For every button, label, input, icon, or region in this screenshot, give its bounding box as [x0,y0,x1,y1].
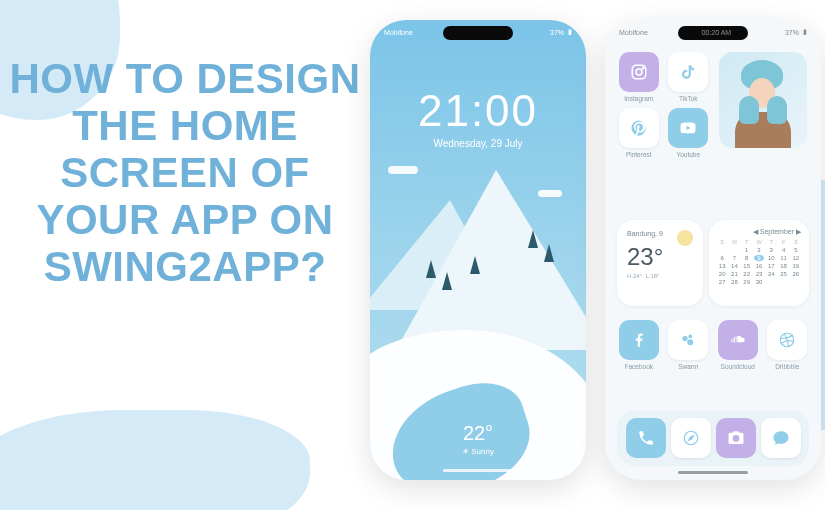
pinterest-icon [619,108,659,148]
app-soundcloud[interactable]: Soundcloud [716,320,760,370]
calendar-day[interactable] [717,247,727,253]
app-grid: InstagramTikTokPinterestYoutube [617,52,809,158]
calendar-day[interactable] [729,247,739,253]
svg-point-5 [688,339,694,345]
dock [617,410,809,466]
calendar-day[interactable]: 12 [791,255,801,261]
calendar-day[interactable]: 22 [742,271,752,277]
app-label: TikTok [679,95,698,102]
calendar-day[interactable]: 14 [729,263,739,269]
app-tiktok[interactable]: TikTok [667,52,711,102]
calendar-dow: S [791,239,801,245]
headline-text: HOW TO DESIGN THE HOME SCREEN OF YOUR AP… [0,55,370,290]
weather-widget[interactable]: Bandung, 9 23° H:24° L:18° [617,220,703,306]
calendar-day[interactable]: 8 [742,255,752,261]
lock-clock: 21:00 [370,86,586,136]
app-label: Facebook [624,363,653,370]
app-label: Instagram [624,95,653,102]
calendar-day[interactable]: 2 [754,247,764,253]
lock-weather-cond: ☀ Sunny [370,447,586,456]
swipe-indicator[interactable] [443,469,513,472]
app-row-bottom: FacebookSwarmSoundcloudDribbble [617,320,809,370]
battery-label: 37% [550,29,564,36]
soundcloud-icon [718,320,758,360]
app-instagram[interactable]: Instagram [617,52,661,102]
lock-weather: 22° ☀ Sunny [370,422,586,456]
instagram-icon [619,52,659,92]
app-swarm[interactable]: Swarm [667,320,711,370]
messages-icon[interactable] [761,418,801,458]
tree-icon [544,244,554,262]
svg-point-3 [683,336,688,341]
calendar-grid: SMTWTFS123456789101112131415161718192021… [717,239,801,285]
photo-person-mittens [739,96,787,126]
phone-lock-screen: Mobifone 37% ▮ 21:00 Wednesday, 29 July … [370,20,586,480]
calendar-day[interactable]: 29 [742,279,752,285]
mountain-front [396,170,586,350]
weather-temp: 23° [627,243,693,271]
calendar-day[interactable]: 4 [778,247,788,253]
camera-icon[interactable] [716,418,756,458]
app-facebook[interactable]: Facebook [617,320,661,370]
calendar-day[interactable]: 13 [717,263,727,269]
status-bar: Mobifone 37% ▮ [370,28,586,36]
calendar-day[interactable]: 9 [754,255,764,261]
app-dribbble[interactable]: Dribbble [766,320,810,370]
widget-row: Bandung, 9 23° H:24° L:18° ◀ September ▶… [617,220,809,306]
tiktok-icon [668,52,708,92]
calendar-day[interactable]: 26 [791,271,801,277]
calendar-day[interactable]: 10 [766,255,776,261]
calendar-day[interactable]: 5 [791,247,801,253]
calendar-day[interactable]: 16 [754,263,764,269]
calendar-dow: S [717,239,727,245]
app-pinterest[interactable]: Pinterest [617,108,661,158]
calendar-day[interactable]: 11 [778,255,788,261]
app-label: Swarm [678,363,698,370]
calendar-day[interactable]: 6 [717,255,727,261]
swipe-indicator[interactable] [678,471,748,474]
calendar-widget[interactable]: ◀ September ▶ SMTWTFS1234567891011121314… [709,220,809,306]
lock-temp: 22° [463,422,493,444]
app-label: Pinterest [626,151,652,158]
calendar-dow: F [778,239,788,245]
calendar-day[interactable]: 18 [778,263,788,269]
dribbble-icon [767,320,807,360]
calendar-day[interactable]: 15 [742,263,752,269]
battery-label: 37% [785,29,799,36]
tree-icon [442,272,452,290]
calendar-day[interactable]: 7 [729,255,739,261]
calendar-dow: T [766,239,776,245]
calendar-day[interactable]: 25 [778,271,788,277]
calendar-day[interactable]: 17 [766,263,776,269]
calendar-day[interactable]: 24 [766,271,776,277]
app-label: Dribbble [775,363,799,370]
calendar-day[interactable]: 28 [729,279,739,285]
calendar-day[interactable]: 21 [729,271,739,277]
app-youtube[interactable]: Youtube [667,108,711,158]
tree-icon [470,256,480,274]
calendar-day[interactable]: 27 [717,279,727,285]
weather-hilo: H:24° L:18° [627,273,693,279]
carrier-label: Mobifone [384,29,413,36]
calendar-month: ◀ September ▶ [717,228,801,236]
svg-point-1 [636,69,642,75]
calendar-day[interactable]: 3 [766,247,776,253]
calendar-day[interactable]: 23 [754,271,764,277]
calendar-day[interactable]: 30 [754,279,764,285]
app-label: Soundcloud [721,363,755,370]
facebook-icon [619,320,659,360]
app-label: Youtube [676,151,700,158]
battery-icon: ▮ [568,28,572,36]
calendar-day[interactable]: 1 [742,247,752,253]
battery-icon: ▮ [803,28,807,36]
youtube-icon [668,108,708,148]
calendar-day[interactable]: 20 [717,271,727,277]
calendar-day[interactable]: 19 [791,263,801,269]
swarm-icon [668,320,708,360]
photo-widget[interactable] [719,52,807,148]
tree-icon [528,230,538,248]
phone-icon[interactable] [626,418,666,458]
safari-icon[interactable] [671,418,711,458]
status-bar: Mobifone 00:20 AM 37% ▮ [605,28,821,36]
phone-home-screen: Mobifone 00:20 AM 37% ▮ InstagramTikTokP… [605,20,821,480]
